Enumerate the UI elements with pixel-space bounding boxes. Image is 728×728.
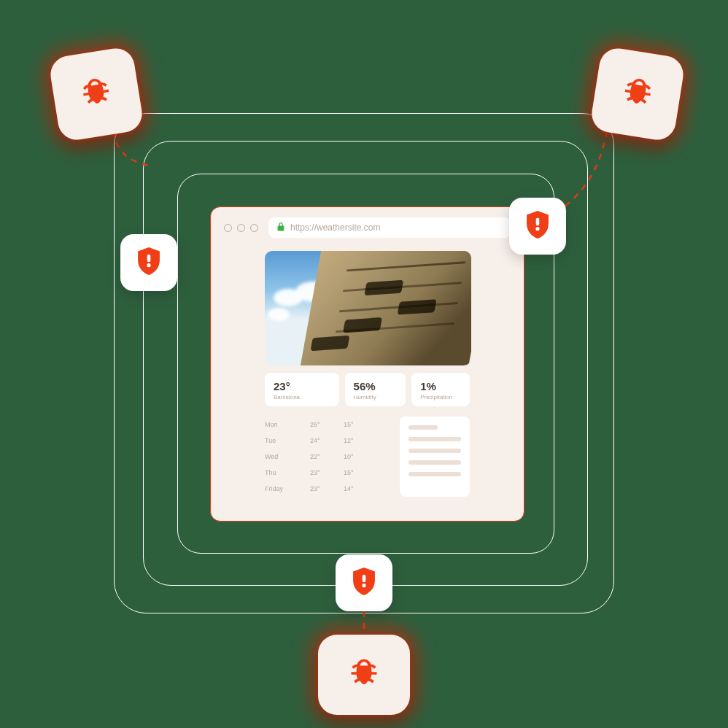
shield-alert-icon — [525, 211, 550, 241]
forecast-day: Thu — [265, 469, 310, 476]
forecast-lo: 10° — [344, 453, 373, 460]
forecast-hi: 23° — [310, 469, 344, 476]
forecast-row: Friday 23° 14° — [265, 481, 385, 497]
forecast-row: Wed 22° 10° — [265, 449, 385, 465]
traffic-light-close[interactable] — [224, 224, 232, 232]
skeleton-line — [408, 425, 438, 430]
svg-rect-5 — [363, 575, 366, 583]
temperature-value: 23° — [274, 380, 330, 392]
forecast-day: Mon — [265, 421, 310, 428]
forecast-row: Tue 24° 12° — [265, 433, 385, 449]
lock-icon — [277, 221, 284, 234]
forecast-day: Wed — [265, 453, 310, 460]
shield-alert-icon — [136, 247, 161, 278]
precip-value: 1% — [420, 380, 461, 392]
stat-precipitation: 1% Precipitation — [411, 373, 470, 406]
skeleton-line — [408, 472, 461, 476]
forecast-hi: 26° — [310, 421, 344, 428]
forecast-day: Friday — [265, 485, 310, 492]
temperature-label: Barcelona — [274, 394, 330, 400]
forecast-hi: 24° — [310, 437, 344, 444]
traffic-light-minimize[interactable] — [237, 224, 245, 232]
browser-chrome: https://weathersite.com — [211, 207, 524, 245]
humidity-value: 56% — [354, 380, 398, 392]
stat-humidity: 56% Humidity — [345, 373, 406, 406]
bug-tile-top-right — [589, 46, 686, 143]
bug-tile-top-left — [48, 46, 145, 143]
stats-row: 23° Barcelona 56% Humidity 1% Precipitat… — [265, 373, 470, 406]
forecast-lo: 12° — [344, 437, 373, 444]
svg-rect-1 — [147, 255, 151, 263]
forecast-lo: 15° — [344, 421, 373, 428]
forecast-lo: 14° — [344, 485, 373, 492]
svg-point-2 — [535, 227, 539, 231]
url-text: https://weathersite.com — [290, 222, 380, 233]
precip-label: Precipitation — [420, 394, 461, 400]
humidity-label: Humidity — [354, 394, 398, 400]
shield-badge-right — [509, 198, 566, 255]
forecast-day: Tue — [265, 437, 310, 444]
forecast-lo: 15° — [344, 469, 373, 476]
bug-icon — [614, 69, 662, 119]
hero-image — [265, 251, 471, 365]
bottom-row: Mon 26° 15° Tue 24° 12° Wed 22° 10° Thu … — [265, 417, 470, 497]
bug-tile-bottom — [318, 635, 410, 715]
page-content: 23° Barcelona 56% Humidity 1% Precipitat… — [211, 245, 524, 511]
traffic-lights — [224, 224, 258, 232]
shield-badge-bottom — [336, 554, 392, 611]
stat-temperature: 23° Barcelona — [265, 373, 339, 406]
forecast-row: Thu 23° 15° — [265, 465, 385, 481]
svg-point-0 — [147, 263, 150, 267]
shield-badge-left — [120, 234, 177, 291]
svg-rect-3 — [536, 218, 540, 226]
skeleton-line — [408, 437, 461, 441]
forecast-hi: 23° — [310, 485, 344, 492]
side-panel — [400, 417, 470, 497]
url-bar[interactable]: https://weathersite.com — [268, 217, 511, 238]
shield-alert-icon — [352, 568, 376, 598]
svg-point-4 — [362, 584, 365, 587]
skeleton-line — [408, 449, 461, 453]
bug-icon — [344, 653, 384, 697]
forecast-row: Mon 26° 15° — [265, 417, 385, 433]
browser-window: https://weathersite.com 23° Barcelona 56… — [210, 206, 524, 522]
forecast-hi: 22° — [310, 453, 344, 460]
bug-icon — [73, 69, 120, 119]
traffic-light-zoom[interactable] — [250, 224, 258, 232]
forecast-table: Mon 26° 15° Tue 24° 12° Wed 22° 10° Thu … — [265, 417, 385, 497]
skeleton-line — [408, 460, 461, 465]
